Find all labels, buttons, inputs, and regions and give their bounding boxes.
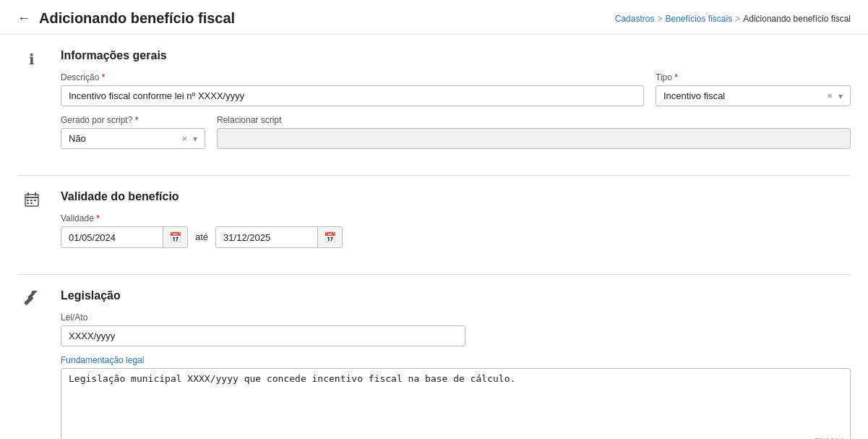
fundamentacao-textarea[interactable] (61, 368, 851, 439)
tipo-select[interactable]: Incentivo fiscal × ▾ (656, 85, 851, 106)
breadcrumb-beneficios[interactable]: Benefícios fiscais (666, 14, 733, 24)
gerado-arrow-icon: ▾ (193, 134, 197, 144)
svg-rect-4 (27, 192, 29, 196)
fundamentacao-label: Fundamentação legal (61, 355, 851, 365)
section-informacoes: ℹ Informações gerais Descrição * Tipo (17, 49, 851, 158)
group-validade: Validade * 📅 (61, 213, 188, 248)
tipo-arrow-icon: ▾ (838, 91, 843, 101)
tipo-value: Incentivo fiscal (663, 90, 821, 101)
page-header: ← Adicionando benefício fiscal Cadastros… (0, 0, 868, 35)
tipo-clear-icon[interactable]: × (827, 90, 833, 101)
gerado-value: Não (69, 133, 176, 144)
gerado-required: * (135, 115, 139, 125)
group-descricao: Descrição * (61, 72, 644, 106)
section-legislacao: Legislação Lei/Ato Fundamentação legal 7… (17, 289, 851, 439)
group-gerado: Gerado por script? * Não × ▾ (61, 115, 205, 149)
breadcrumb-cadastros[interactable]: Cadastros (615, 14, 655, 24)
section-validade: Validade do benefício Validade * 📅 até (17, 190, 851, 257)
divider-2 (17, 274, 851, 275)
breadcrumb-current: Adicionando benefício fiscal (743, 14, 851, 24)
svg-rect-7 (30, 200, 33, 201)
descricao-required: * (102, 72, 106, 82)
tipo-label: Tipo * (656, 72, 851, 82)
breadcrumb: Cadastros > Benefícios fiscais > Adicion… (615, 14, 851, 24)
lei-input[interactable] (61, 325, 465, 346)
form-row-validade: Validade * 📅 até 📅 (61, 213, 851, 248)
informacoes-body: Informações gerais Descrição * Tipo * (61, 49, 851, 158)
hammer-icon (17, 289, 46, 439)
relacionar-label: Relacionar script (217, 115, 851, 125)
main-content: ℹ Informações gerais Descrição * Tipo (0, 35, 868, 439)
date-from-input[interactable] (61, 228, 163, 247)
descricao-input[interactable] (61, 85, 644, 106)
group-date-to: 📅 (215, 226, 343, 248)
form-row-descricao: Descrição * Tipo * Incentivo fiscal × (61, 72, 851, 106)
breadcrumb-sep1: > (657, 14, 662, 24)
group-fundamentacao: Fundamentação legal 79/1024 (61, 355, 851, 439)
calendar-to-icon[interactable]: 📅 (317, 227, 342, 247)
calendar-icon (17, 190, 46, 257)
validade-body: Validade do benefício Validade * 📅 até (61, 190, 851, 257)
legislacao-body: Legislação Lei/Ato Fundamentação legal 7… (61, 289, 851, 439)
svg-rect-10 (30, 203, 33, 204)
svg-rect-9 (27, 203, 29, 204)
relacionar-input[interactable] (217, 128, 851, 149)
legislacao-title: Legislação (61, 289, 851, 302)
validade-title: Validade do benefício (61, 190, 851, 203)
validade-required: * (96, 213, 100, 223)
group-lei: Lei/Ato (61, 312, 465, 346)
informacoes-title: Informações gerais (61, 49, 851, 62)
svg-rect-5 (35, 192, 36, 196)
date-to-wrap: 📅 (215, 226, 343, 248)
fundamentacao-wrap: 79/1024 (61, 368, 851, 439)
descricao-label: Descrição * (61, 72, 644, 82)
tipo-required: * (674, 72, 678, 82)
date-to-input[interactable] (216, 228, 317, 247)
lei-label: Lei/Ato (61, 312, 465, 323)
gerado-label: Gerado por script? * (61, 115, 205, 125)
calendar-from-icon[interactable]: 📅 (163, 227, 187, 247)
validade-label: Validade * (61, 213, 188, 223)
back-button[interactable]: ← (17, 11, 30, 26)
page: ← Adicionando benefício fiscal Cadastros… (0, 0, 868, 439)
svg-rect-3 (25, 197, 38, 198)
page-title: Adicionando benefício fiscal (39, 10, 235, 27)
info-icon: ℹ (17, 49, 46, 158)
gerado-select[interactable]: Não × ▾ (61, 128, 205, 149)
group-relacionar: Relacionar script (217, 115, 851, 149)
group-tipo: Tipo * Incentivo fiscal × ▾ (656, 72, 851, 106)
ate-label: até (195, 231, 208, 248)
divider-1 (17, 175, 851, 176)
date-from-wrap: 📅 (61, 226, 188, 248)
page-header-left: ← Adicionando benefício fiscal (17, 10, 235, 27)
svg-rect-8 (34, 200, 36, 201)
gerado-clear-icon[interactable]: × (181, 133, 187, 144)
form-row-gerado: Gerado por script? * Não × ▾ Relacionar … (61, 115, 851, 149)
breadcrumb-sep2: > (735, 14, 740, 24)
svg-rect-6 (27, 200, 29, 201)
